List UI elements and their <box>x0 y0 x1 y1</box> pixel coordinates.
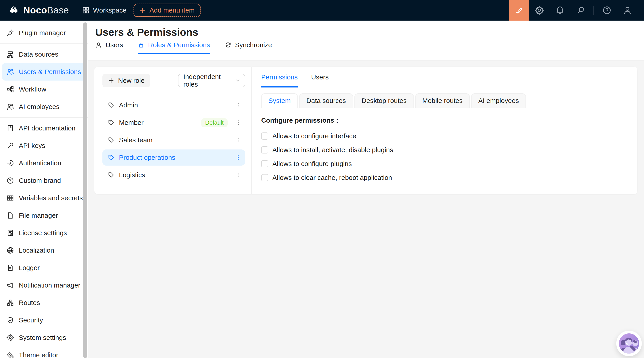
tab-roles-permissions[interactable]: Roles & Permissions <box>138 41 210 54</box>
database-tree-icon <box>6 50 14 58</box>
permission-scope-tabs: System Data sources Desktop routes Mobil… <box>261 93 628 108</box>
chevron-down-icon <box>235 78 240 83</box>
ai-employees-fab[interactable] <box>616 331 642 356</box>
megaphone-icon <box>6 281 14 289</box>
user-icon <box>95 42 102 48</box>
subtab-mobile-routes[interactable]: Mobile routes <box>415 93 470 108</box>
sidebar-item-security[interactable]: Security <box>2 311 86 329</box>
search-button[interactable] <box>570 0 591 21</box>
configure-permissions-heading: Configure permissions : <box>261 117 628 124</box>
subtab-desktop-routes[interactable]: Desktop routes <box>354 93 414 108</box>
sidebar-scrollbar[interactable] <box>83 22 87 358</box>
plus-icon <box>108 78 114 84</box>
login-arrow-icon <box>6 159 14 167</box>
sidebar-item-license-settings[interactable]: License settings <box>2 224 86 242</box>
gear-icon <box>535 6 544 15</box>
notifications-button[interactable] <box>550 0 570 21</box>
page-title: Users & Permissions <box>95 26 644 39</box>
main-area: Users & Permissions Users <box>88 21 644 358</box>
page-content: New role Independent roles <box>88 61 644 358</box>
sidebar-item-routes[interactable]: Routes <box>2 294 86 311</box>
role-more-icon[interactable] <box>235 119 242 126</box>
sidebar-item-logger[interactable]: Logger <box>2 259 86 276</box>
permission-row-install-plugins[interactable]: Allows to install, activate, disable plu… <box>261 143 628 157</box>
checkbox[interactable] <box>261 174 268 181</box>
permission-checkbox-list: Allows to configure interface Allows to … <box>261 129 628 185</box>
file-text-icon <box>6 264 14 272</box>
role-row-member[interactable]: Member Default <box>102 115 245 131</box>
role-row-sales-team[interactable]: Sales team <box>102 132 245 148</box>
sidebar-item-system-settings[interactable]: System settings <box>2 329 86 346</box>
permission-row-configure-interface[interactable]: Allows to configure interface <box>261 129 628 143</box>
sidebar-item-custom-brand[interactable]: Custom brand <box>2 172 86 189</box>
subtab-data-sources[interactable]: Data sources <box>299 93 353 108</box>
book-bookmark-icon <box>6 124 14 132</box>
node-tree-icon <box>6 299 14 307</box>
workspace-grid-icon <box>82 7 90 14</box>
subtab-ai-employees[interactable]: AI employees <box>471 93 526 108</box>
paint-bucket-icon <box>6 351 14 358</box>
checkbox[interactable] <box>261 146 268 154</box>
plug-icon <box>6 29 14 37</box>
role-more-icon[interactable] <box>235 172 242 178</box>
ui-editor-button[interactable] <box>509 0 529 21</box>
sidebar-item-theme-editor[interactable]: Theme editor <box>2 346 86 358</box>
lock-icon <box>138 42 144 48</box>
permission-row-configure-plugins[interactable]: Allows to configure plugins <box>261 157 628 171</box>
team-icon <box>6 103 14 111</box>
workspace-menu[interactable]: Workspace <box>82 7 126 14</box>
file-icon <box>6 211 14 219</box>
sidebar-item-data-sources[interactable]: Data sources <box>2 46 86 63</box>
tag-icon <box>108 137 114 143</box>
sidebar-item-ai-employees[interactable]: AI employees <box>2 98 86 115</box>
plus-icon <box>140 7 146 14</box>
tag-icon <box>108 102 114 109</box>
sidebar-divider <box>0 117 88 118</box>
tab-permissions[interactable]: Permissions <box>261 73 298 88</box>
sidebar-divider <box>0 44 88 44</box>
sidebar-item-api-documentation[interactable]: API documentation <box>2 120 86 137</box>
checkbox[interactable] <box>261 160 268 167</box>
sidebar-item-users-permissions[interactable]: Users & Permissions <box>2 63 86 81</box>
table-grid-icon <box>6 194 14 202</box>
subtab-system[interactable]: System <box>261 93 298 108</box>
workflow-nodes-icon <box>6 85 14 93</box>
sidebar-item-api-keys[interactable]: API keys <box>2 137 86 154</box>
sidebar-item-variables-and-secrets[interactable]: Variables and secrets <box>2 189 86 207</box>
sidebar-item-notification-manager[interactable]: Notification manager <box>2 276 86 294</box>
role-type-select[interactable]: Independent roles <box>178 74 245 87</box>
logo-text: NocoBase <box>23 5 69 16</box>
settings-button[interactable] <box>529 0 550 21</box>
help-button[interactable] <box>596 0 617 21</box>
role-detail-panel: Permissions Users System Data sources De… <box>252 67 637 194</box>
tab-users[interactable]: Users <box>95 41 123 54</box>
checkbox[interactable] <box>261 132 268 140</box>
sidebar-item-plugin-manager[interactable]: Plugin manager <box>2 24 86 42</box>
nocobase-admin-app: NocoBase Workspace Add menu item <box>0 0 644 358</box>
default-badge: Default <box>201 118 228 127</box>
sidebar-item-workflow[interactable]: Workflow <box>2 81 86 98</box>
sidebar-item-localization[interactable]: Localization <box>2 242 86 259</box>
question-circle-icon <box>6 177 14 185</box>
globe-icon <box>6 246 14 254</box>
add-menu-item-button[interactable]: Add menu item <box>134 4 200 17</box>
role-more-icon[interactable] <box>235 154 242 161</box>
nocobase-logo[interactable]: NocoBase <box>8 5 69 16</box>
sidebar-item-file-manager[interactable]: File manager <box>2 207 86 224</box>
roles-permissions-card: New role Independent roles <box>94 67 637 194</box>
role-row-product-operations[interactable]: Product operations <box>102 149 245 166</box>
role-more-icon[interactable] <box>235 102 242 109</box>
sidebar-item-authentication[interactable]: Authentication <box>2 154 86 172</box>
new-role-button[interactable]: New role <box>102 74 150 87</box>
role-row-admin[interactable]: Admin <box>102 97 245 113</box>
permission-row-clear-cache[interactable]: Allows to clear cache, reboot applicatio… <box>261 171 628 185</box>
settings-sidebar: Plugin manager Data sources <box>0 21 88 358</box>
tab-role-users[interactable]: Users <box>311 73 328 88</box>
role-row-logistics[interactable]: Logistics <box>102 167 245 183</box>
certificate-icon <box>6 229 14 237</box>
user-button[interactable] <box>617 0 638 21</box>
user-icon <box>623 6 632 15</box>
tab-synchronize[interactable]: Synchronize <box>225 41 272 54</box>
role-more-icon[interactable] <box>235 137 242 143</box>
page-tabs: Users Roles & Permissions <box>95 41 644 54</box>
